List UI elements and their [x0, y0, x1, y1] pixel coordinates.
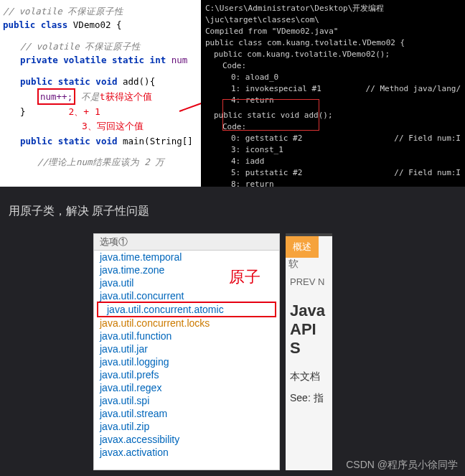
package-item[interactable]: javax.accessibility — [94, 433, 279, 446]
bytecode-pane: C:\Users\Administrator\Desktop\开发编程\juc\… — [201, 0, 465, 187]
package-item[interactable]: java.util.regex — [94, 381, 279, 394]
bytecode-line: 3: iconst_1 — [205, 144, 461, 156]
package-header: 选项① — [94, 234, 279, 251]
bytecode-line: public class com.kuang.tvolatile.VDemo02… — [205, 37, 461, 49]
bytecode-line: public com.kuang.tvolatile.VDemo02(); — [205, 49, 461, 60]
package-item[interactable]: java.util.zip — [94, 420, 279, 433]
method-name: add(){ — [123, 76, 155, 87]
svg-line-0 — [179, 97, 201, 111]
bytecode-line: 5: putstatic #2 — [231, 168, 302, 177]
bytecode-path: C:\Users\Administrator\Desktop\开发编程\juc\… — [205, 3, 461, 26]
package-item[interactable]: java.util.spi — [94, 394, 279, 407]
bytecode-highlight-box — [222, 99, 319, 131]
package-item[interactable]: java.util.concurrent — [94, 289, 279, 302]
source-code-pane: // volatile 不保证原子性 public class VDemo02 … — [0, 0, 201, 187]
package-list-pane: 选项① java.time.temporaljava.time.zonejava… — [93, 233, 280, 470]
annotation-label: 原子 — [229, 266, 260, 288]
package-item[interactable]: java.util.logging — [94, 355, 279, 368]
bytecode-line: 8: return — [205, 179, 461, 187]
package-item[interactable]: java.time.temporal — [94, 251, 279, 263]
annotation: 3、写回这个值 — [82, 121, 144, 131]
bytecode-line: 0: getstatic #2 — [231, 134, 302, 143]
doc-body: See: 指 — [286, 388, 332, 409]
doc-title: Java API S — [286, 293, 332, 366]
field-name: num — [172, 55, 188, 65]
keyword: public static void — [20, 136, 117, 146]
package-highlight-box: java.util.concurrent.atomic — [97, 302, 276, 317]
package-item[interactable]: java.util.prefs — [94, 368, 279, 381]
doc-pane: 概述软 PREV N Java API S 本文档 See: 指 — [286, 233, 332, 470]
annotation: t获得这个值 — [100, 91, 152, 102]
package-item[interactable]: java.util.concurrent.locks — [94, 317, 279, 330]
doc-nav[interactable]: PREV N — [286, 271, 332, 293]
package-item[interactable]: java.util.jar — [94, 342, 279, 355]
bytecode-line: Compiled from "VDemo02.java" — [205, 26, 461, 37]
description-text: 用原子类，解决 原子性问题 — [0, 187, 465, 233]
bytecode-line: 4: iadd — [205, 156, 461, 167]
highlighted-code: num++; — [37, 88, 75, 105]
package-item[interactable]: java.util.concurrent.atomic — [101, 303, 272, 316]
doc-tab[interactable]: 软 — [286, 253, 301, 274]
doc-body: 本文档 — [286, 366, 332, 388]
arrow-icon — [179, 93, 201, 115]
package-item[interactable]: java.util.function — [94, 330, 279, 342]
watermark: CSDN @程序员小徐同学 — [346, 459, 458, 472]
brace: } — [20, 106, 26, 117]
class-name: VDemo02 { — [73, 19, 122, 30]
bytecode-line: 0: aload_0 — [205, 72, 461, 83]
bytecode-line: 1: invokespecial #1 — [231, 84, 321, 93]
comment-line: // volatile 不保证原子性 — [3, 6, 123, 17]
package-item[interactable]: javax.activation — [94, 446, 279, 459]
bytecode-comment: // Method java/lang/ — [366, 83, 461, 95]
bytecode-comment: // Field num:I — [394, 133, 461, 144]
comment-inline: 不是 — [81, 91, 100, 102]
keyword: public class — [3, 19, 67, 30]
package-item[interactable]: java.util.stream — [94, 407, 279, 420]
bottom-section: 选项① java.time.temporaljava.time.zonejava… — [0, 233, 465, 470]
bytecode-line: Code: — [205, 60, 461, 72]
comment-line: //理论上num结果应该为 2 万 — [37, 157, 164, 167]
keyword: public static void — [20, 76, 117, 87]
comment-line: // volatile 不保证原子性 — [20, 41, 141, 52]
top-section: // volatile 不保证原子性 public class VDemo02 … — [0, 0, 465, 187]
annotation: 2、+ 1 — [26, 106, 100, 117]
method-name: main(String[] — [123, 136, 193, 146]
keyword: private volatile static int — [20, 55, 166, 65]
bytecode-comment: // Field num:I — [394, 167, 461, 179]
